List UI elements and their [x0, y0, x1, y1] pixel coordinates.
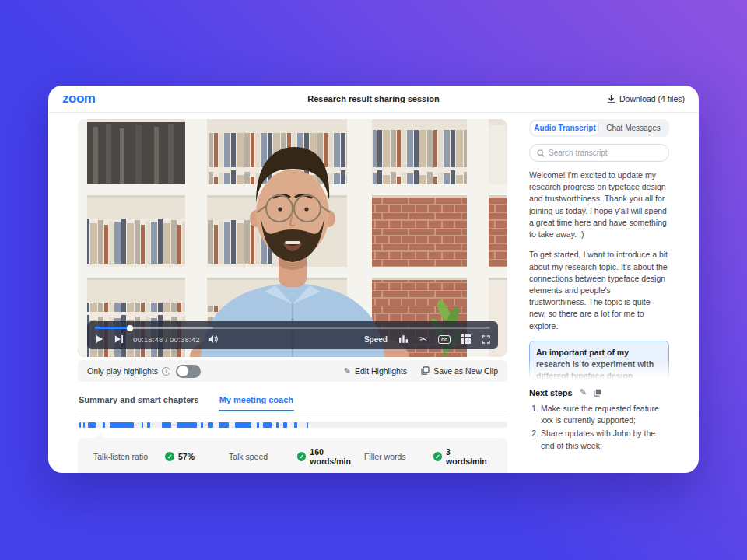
- check-icon: ✓: [165, 452, 174, 461]
- tab-my-meeting-coach[interactable]: My meeting coach: [219, 392, 294, 411]
- speed-button[interactable]: Speed: [364, 335, 388, 344]
- save-as-new-clip-button[interactable]: Save as New Clip: [421, 366, 498, 376]
- closed-captions-icon[interactable]: cc: [438, 335, 451, 344]
- progress-bar[interactable]: [95, 327, 490, 329]
- app-window: zoom Research result sharing session Dow…: [48, 86, 699, 473]
- coach-tabs: Summary and smart chapters My meeting co…: [78, 392, 507, 411]
- gallery-view-icon[interactable]: [461, 334, 471, 344]
- transcript-panel[interactable]: Welcome! I'm excited to update my resear…: [529, 170, 669, 380]
- edit-next-steps-icon[interactable]: ✎: [580, 387, 587, 397]
- trim-icon[interactable]: ✂: [419, 334, 427, 344]
- progress-handle[interactable]: [127, 325, 133, 331]
- next-steps-section: Next steps ✎ Make sure the requested fea…: [529, 387, 669, 452]
- tab-audio-transcript[interactable]: Audio Transcript: [531, 121, 599, 135]
- download-button[interactable]: Download (4 files): [607, 94, 685, 103]
- sidebar-tabs: Audio Transcript Chat Messages: [529, 119, 669, 137]
- play-icon[interactable]: [95, 334, 103, 344]
- edit-highlights-button[interactable]: ✎ Edit Highlights: [344, 366, 407, 376]
- video-player[interactable]: 00:18:48 / 00:38:42 Speed ✂ cc: [78, 119, 507, 357]
- fullscreen-icon[interactable]: [482, 335, 490, 344]
- header: zoom Research result sharing session Dow…: [48, 86, 699, 113]
- transcript-search[interactable]: [529, 144, 669, 162]
- only-play-highlights-label: Only play highlights: [87, 366, 158, 376]
- volume-icon[interactable]: [208, 334, 219, 344]
- pencil-icon: ✎: [344, 366, 351, 376]
- info-icon[interactable]: i: [162, 367, 170, 376]
- chapters-stats-icon[interactable]: [398, 334, 409, 344]
- time-display: 00:18:48 / 00:38:42: [133, 335, 200, 344]
- video-control-bar: 00:18:48 / 00:38:42 Speed ✂ cc: [87, 321, 498, 349]
- transcript-paragraph: To get started, I want to introduce a bi…: [529, 249, 669, 332]
- download-label: Download (4 files): [619, 94, 685, 103]
- metric-talk-listen-ratio: Talk-listen ratio ✓57%: [93, 447, 229, 466]
- highlights-toggle[interactable]: [176, 365, 201, 378]
- check-icon: ✓: [433, 452, 443, 461]
- search-input[interactable]: [549, 149, 661, 157]
- transcript-paragraph: Welcome! I'm excited to update my resear…: [529, 170, 669, 240]
- search-icon: [537, 146, 545, 160]
- skip-next-icon[interactable]: [114, 334, 124, 344]
- check-icon: ✓: [297, 452, 306, 461]
- metric-filler-words: Filler words ✓3 words/min: [364, 447, 492, 466]
- tab-chat-messages[interactable]: Chat Messages: [599, 121, 668, 135]
- next-steps-item: Make sure the requested feature xxx is c…: [541, 403, 669, 426]
- next-steps-item: Share updates with John by the end of th…: [541, 428, 669, 451]
- waveform-track[interactable]: [78, 422, 507, 428]
- coach-metrics-panel: Talk-listen ratio ✓57% Talk speed ✓160 w…: [78, 438, 507, 473]
- next-steps-list: Make sure the requested feature xxx is c…: [529, 403, 669, 452]
- progress-played: [95, 327, 128, 329]
- save-clip-icon: [421, 366, 430, 376]
- download-icon: [607, 95, 615, 103]
- next-steps-title: Next steps: [529, 388, 573, 397]
- transcript-highlighted-paragraph[interactable]: An important part of my research is to e…: [529, 341, 669, 380]
- copy-next-steps-icon[interactable]: [594, 389, 601, 397]
- page-title: Research result sharing session: [48, 94, 699, 103]
- tab-summary-and-smart-chapters[interactable]: Summary and smart chapters: [78, 392, 200, 411]
- highlights-bar: Only play highlights i ✎ Edit Highlights…: [78, 360, 507, 382]
- metric-talk-speed: Talk speed ✓160 words/min: [229, 447, 364, 466]
